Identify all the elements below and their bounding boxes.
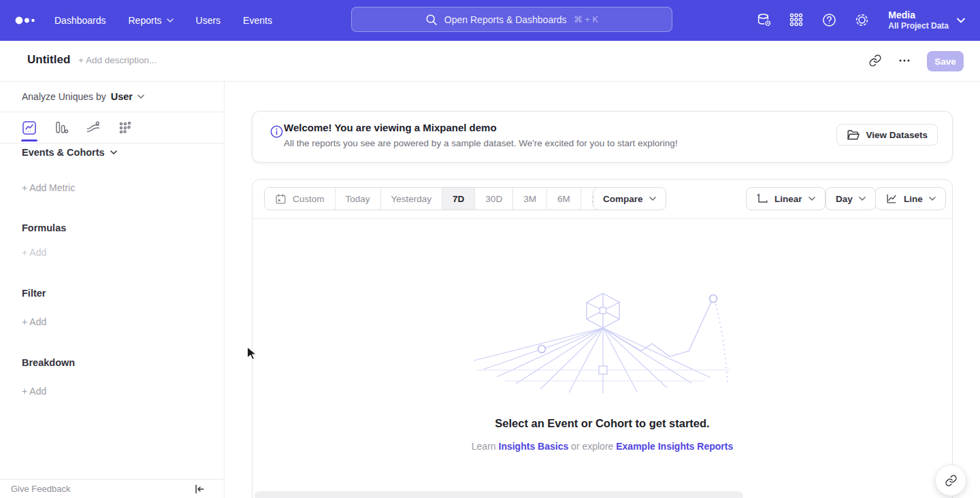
range-7d[interactable]: 7D xyxy=(442,188,475,210)
search-placeholder: Open Reports & Dashboards xyxy=(444,14,567,25)
query-builder-sidebar: Analyze Uniques by User xyxy=(0,82,225,498)
report-description-placeholder[interactable]: + Add description... xyxy=(78,55,157,65)
save-button[interactable]: Save xyxy=(927,51,964,71)
line-chart-icon xyxy=(885,193,898,205)
banner-title: Welcome! You are viewing a Mixpanel demo xyxy=(284,122,497,133)
compare-dropdown[interactable]: Compare xyxy=(593,187,666,210)
chevron-down-icon xyxy=(167,18,174,22)
range-yesterday[interactable]: Yesterday xyxy=(381,188,443,210)
tab-insights-line-chart[interactable] xyxy=(22,112,37,144)
chevron-down-icon xyxy=(649,197,656,201)
analyze-by-value-dropdown[interactable]: User xyxy=(111,91,133,102)
mixpanel-insights-page: Dashboards Reports Users Events Open Rep… xyxy=(0,0,980,498)
nav-item-dashboards[interactable]: Dashboards xyxy=(54,15,106,26)
chart-toolbar: Custom Today Yesterday 7D 30D 3M 6M 12M … xyxy=(252,180,952,219)
range-today[interactable]: Today xyxy=(336,188,381,210)
chevron-down-icon xyxy=(859,197,866,201)
horizontal-scrollbar-thumb[interactable] xyxy=(255,491,743,498)
collapse-sidebar-icon[interactable] xyxy=(194,484,205,495)
or-explore-text: or explore xyxy=(571,441,613,452)
learn-prefix: Learn xyxy=(472,441,496,452)
report-title[interactable]: Untitled xyxy=(27,53,70,67)
empty-state-title: Select an Event or Cohort to get started… xyxy=(252,417,952,430)
filter-section-title: Filter xyxy=(22,288,46,299)
floating-copy-link-button[interactable] xyxy=(935,465,966,496)
add-formula-button[interactable]: + Add xyxy=(22,247,46,258)
events-cohorts-section-title[interactable]: Events & Cohorts xyxy=(22,147,117,158)
project-scope: All Project Data xyxy=(888,21,949,31)
date-range-control: Custom Today Yesterday 7D 30D 3M 6M 12M xyxy=(264,187,620,210)
empty-state-links: Learn Insights Basics or explore Example… xyxy=(252,441,952,452)
copy-link-icon[interactable] xyxy=(868,54,883,69)
chart-type-tabs xyxy=(0,112,224,144)
range-6m[interactable]: 6M xyxy=(547,188,581,210)
nav-item-events[interactable]: Events xyxy=(243,15,272,26)
link-icon xyxy=(945,474,958,487)
primary-nav: Dashboards Reports Users Events xyxy=(54,0,272,41)
range-3m[interactable]: 3M xyxy=(513,188,547,210)
tab-scatter-chart[interactable] xyxy=(118,112,133,144)
info-icon xyxy=(270,125,283,138)
insights-chart-card: Custom Today Yesterday 7D 30D 3M 6M 12M … xyxy=(252,179,953,498)
range-30d[interactable]: 30D xyxy=(475,188,513,210)
example-insights-reports-link[interactable]: Example Insights Reports xyxy=(616,441,733,452)
range-custom[interactable]: Custom xyxy=(265,188,336,210)
project-chevron-down-icon[interactable] xyxy=(957,18,965,23)
top-nav-bar: Dashboards Reports Users Events Open Rep… xyxy=(0,0,980,41)
more-options-icon[interactable] xyxy=(898,54,913,69)
nav-item-reports[interactable]: Reports xyxy=(129,15,174,26)
search-icon xyxy=(425,14,438,26)
report-header-actions: Save xyxy=(868,41,964,82)
chevron-down-icon[interactable] xyxy=(137,95,144,99)
analyze-by-label: Analyze Uniques by xyxy=(22,91,106,102)
nav-item-users[interactable]: Users xyxy=(196,15,221,26)
mixpanel-logo[interactable] xyxy=(15,14,37,27)
calendar-icon xyxy=(275,193,287,205)
linear-axis-icon xyxy=(756,193,768,205)
welcome-banner: Welcome! You are viewing a Mixpanel demo… xyxy=(252,111,953,163)
folder-icon xyxy=(847,129,860,141)
breakdown-section-title: Breakdown xyxy=(22,357,75,368)
nav-right-controls: Media All Project Data xyxy=(756,0,965,41)
add-metric-button[interactable]: + Add Metric xyxy=(22,182,75,193)
interval-dropdown[interactable]: Day xyxy=(826,187,876,210)
formulas-section-title: Formulas xyxy=(22,222,66,233)
report-header: Untitled + Add description... Save xyxy=(0,41,980,82)
add-breakdown-button[interactable]: + Add xyxy=(22,386,46,397)
settings-gear-icon[interactable] xyxy=(854,12,870,29)
analyze-by-row: Analyze Uniques by User xyxy=(0,82,224,112)
scale-dropdown[interactable]: Linear xyxy=(746,187,826,210)
project-name: Media xyxy=(888,10,949,21)
data-management-icon[interactable] xyxy=(756,12,772,29)
chart-type-dropdown[interactable]: Line xyxy=(875,187,946,210)
tab-bar-chart[interactable] xyxy=(54,112,69,144)
search-shortcut: ⌘ + K xyxy=(574,14,599,24)
help-icon[interactable] xyxy=(821,12,838,29)
give-feedback-link[interactable]: Give Feedback xyxy=(11,484,70,494)
project-switcher[interactable]: Media All Project Data xyxy=(888,10,949,31)
tab-flow-chart[interactable] xyxy=(86,112,101,144)
global-search[interactable]: Open Reports & Dashboards ⌘ + K xyxy=(351,7,672,32)
view-datasets-button[interactable]: View Datasets xyxy=(836,124,938,146)
apps-grid-icon[interactable] xyxy=(789,12,805,29)
chevron-down-icon xyxy=(808,197,815,201)
chevron-down-icon xyxy=(929,197,936,201)
banner-subtitle: All the reports you see are powered by a… xyxy=(284,138,678,148)
chevron-down-icon xyxy=(110,150,117,154)
add-filter-button[interactable]: + Add xyxy=(22,316,46,327)
insights-basics-link[interactable]: Insights Basics xyxy=(499,441,569,452)
sidebar-footer: Give Feedback xyxy=(0,479,224,498)
active-tab-underline xyxy=(21,139,37,142)
empty-state-illustration xyxy=(474,290,732,393)
